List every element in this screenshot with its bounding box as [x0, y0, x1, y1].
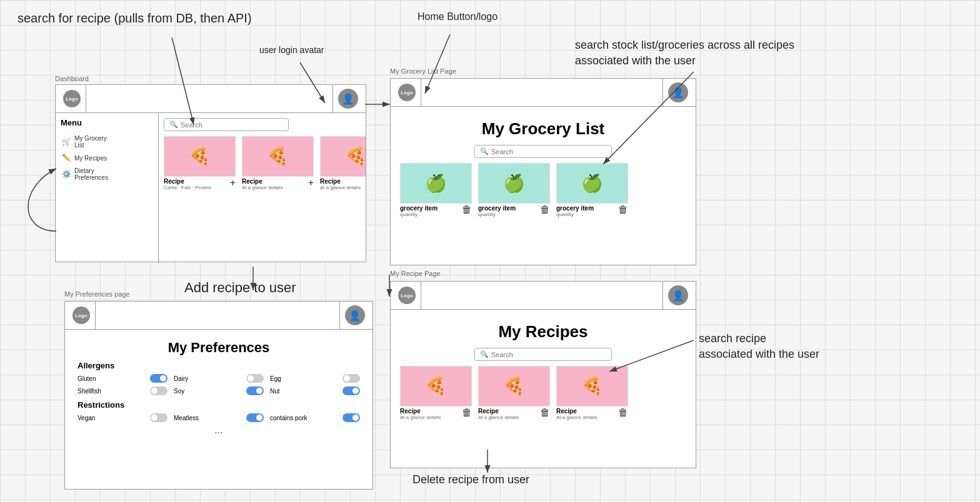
sidebar-title: Menu — [61, 118, 153, 127]
grocery-item-3: 🍏 grocery item quantity 🗑 — [556, 163, 628, 217]
recipe-card-3: 🍕 Recipe At a glance details + — [320, 136, 366, 190]
recipes-icon: ✏️ — [62, 154, 71, 162]
my-recipe-3-img: 🍕 — [556, 366, 628, 406]
add-recipe-1-button[interactable]: + — [230, 178, 236, 188]
add-recipe-2-button[interactable]: + — [308, 178, 314, 188]
grocery-search-input[interactable] — [491, 148, 606, 155]
delete-recipe-annotation: Delete recipe from user — [412, 473, 529, 486]
user-login-annotation: user login avatar — [259, 45, 324, 55]
recipe-card-1-title: Recipe — [164, 178, 230, 185]
recipe-page-title: My Recipes — [400, 322, 686, 342]
preferences-page-title: My Preferences — [78, 340, 360, 356]
grocery-item-3-subtitle: quantity — [556, 212, 618, 217]
my-pizza-icon-2: 🍕 — [503, 376, 525, 396]
recipe-grid: 🍕 Recipe Carbs · Fats · Protein + — [164, 136, 361, 190]
delete-grocery-3-button[interactable]: 🗑 — [618, 205, 628, 215]
delete-my-recipe-1-button[interactable]: 🗑 — [462, 408, 472, 418]
my-recipe-1-img: 🍕 — [400, 366, 472, 406]
delete-grocery-1-button[interactable]: 🗑 — [462, 205, 472, 215]
grocery-page-label: My Grocery List Page — [390, 67, 456, 75]
grocery-search[interactable]: 🔍 — [474, 145, 612, 158]
gluten-label: Gluten — [78, 375, 96, 382]
egg-toggle[interactable] — [342, 374, 360, 383]
gluten-toggle[interactable] — [150, 374, 168, 383]
dashboard-label: Dashboard — [55, 75, 89, 82]
recipe-search-icon: 🔍 — [480, 350, 489, 358]
pref-soy: Soy — [174, 386, 264, 395]
recipe-page-avatar[interactable]: 👤 — [668, 285, 688, 305]
grocery-search-icon: 🔍 — [480, 147, 489, 155]
search-icon: 🔍 — [169, 121, 178, 129]
dashboard-search-input[interactable] — [181, 121, 283, 129]
nut-label: Nut — [270, 388, 280, 395]
pork-toggle[interactable] — [342, 413, 360, 422]
dairy-toggle[interactable] — [246, 374, 264, 383]
grocery-avatar[interactable]: 👤 — [668, 82, 688, 102]
home-button-annotation: Home Button/logo — [418, 11, 498, 22]
my-recipe-2-subtitle: At a glance details — [478, 415, 540, 420]
soy-toggle[interactable] — [246, 386, 264, 395]
delete-grocery-2-button[interactable]: 🗑 — [540, 205, 550, 215]
pref-nut: Nut — [270, 386, 360, 395]
pref-egg: Egg — [270, 374, 360, 383]
meatless-toggle[interactable] — [246, 413, 264, 422]
vegan-toggle[interactable] — [150, 413, 168, 422]
pork-label: contains pork — [270, 415, 307, 421]
recipe-search[interactable]: 🔍 — [474, 348, 612, 361]
search-stock-annotation: search stock list/groceries across all r… — [575, 37, 794, 69]
search-recipe-user-annotation: search recipeassociated with the user — [699, 331, 819, 362]
grocery-page-title: My Grocery List — [400, 119, 686, 139]
pref-meatless: Meatless — [174, 413, 264, 422]
recipe-card-1-subtitle: Carbs · Fats · Protein — [164, 185, 230, 190]
dashboard-avatar[interactable]: 👤 — [338, 89, 358, 109]
preferences-ellipsis: ··· — [78, 427, 360, 438]
grocery-item-3-img: 🍏 — [556, 163, 628, 204]
my-recipe-card-1: 🍕 Recipe At a glance details 🗑 — [400, 366, 472, 420]
grocery-item-2: 🍏 grocery item quantity 🗑 — [478, 163, 550, 217]
my-pizza-icon-3: 🍕 — [581, 376, 603, 396]
recipe-card-2: 🍕 Recipe At a glance details + — [242, 136, 314, 190]
my-recipe-3-subtitle: At a glance details — [556, 415, 618, 420]
allergens-title: Allergens — [78, 361, 360, 370]
dashboard-search[interactable]: 🔍 — [164, 118, 289, 131]
add-recipe-annotation: Add recipe to user — [184, 280, 296, 296]
preferences-panel: Logo 👤 My Preferences Allergens Gluten D… — [64, 301, 373, 490]
recipe-card-2-subtitle: At a glance details — [242, 185, 308, 190]
sidebar-item-grocery[interactable]: 🛒 My GroceryList — [61, 132, 153, 151]
recipe-search-input[interactable] — [491, 351, 606, 358]
recipe-card-2-img: 🍕 — [242, 136, 314, 177]
vegan-label: Vegan — [78, 415, 95, 421]
my-recipe-1-subtitle: At a glance details — [400, 415, 462, 420]
grocery-item-1: 🍏 grocery item quantity 🗑 — [400, 163, 472, 217]
pref-gluten: Gluten — [78, 374, 168, 383]
recipe-card-1: 🍕 Recipe Carbs · Fats · Protein + — [164, 136, 236, 190]
pref-dairy: Dairy — [174, 374, 264, 383]
dashboard-logo: Logo — [63, 90, 81, 107]
sidebar-recipes-label: My Recipes — [74, 155, 107, 162]
grocery-item-1-img: 🍏 — [400, 163, 472, 204]
egg-label: Egg — [270, 375, 281, 382]
sidebar-item-recipes[interactable]: ✏️ My Recipes — [61, 151, 153, 165]
apple-icon-2: 🍏 — [503, 173, 525, 194]
delete-my-recipe-2-button[interactable]: 🗑 — [540, 408, 550, 418]
apple-icon-1: 🍏 — [425, 173, 447, 194]
my-recipe-card-3: 🍕 Recipe At a glance details 🗑 — [556, 366, 628, 420]
delete-my-recipe-3-button[interactable]: 🗑 — [618, 408, 628, 418]
grocery-item-2-subtitle: quantity — [478, 212, 540, 217]
grocery-item-2-img: 🍏 — [478, 163, 550, 204]
soy-label: Soy — [174, 388, 184, 395]
recipe-card-3-subtitle: At a glance details — [320, 185, 366, 190]
sidebar-item-preferences[interactable]: ⚙️ DietaryPreferences — [61, 165, 153, 184]
nut-toggle[interactable] — [342, 386, 360, 395]
recipe-card-3-img: 🍕 — [320, 136, 366, 177]
sidebar-grocery-label: My GroceryList — [74, 135, 107, 149]
shellfish-toggle[interactable] — [150, 386, 168, 395]
pref-vegan: Vegan — [78, 413, 168, 422]
preferences-logo: Logo — [72, 307, 90, 324]
my-recipe-1-title: Recipe — [400, 408, 462, 415]
preferences-avatar[interactable]: 👤 — [345, 305, 365, 325]
grocery-panel: Logo 👤 My Grocery List 🔍 🍏 — [390, 78, 696, 265]
search-recipe-annotation: search for recipe (pulls from DB, then A… — [18, 11, 252, 26]
preferences-page-label: My Preferences page — [64, 290, 130, 298]
recipe-page-label: My Recipe Page — [390, 270, 441, 277]
